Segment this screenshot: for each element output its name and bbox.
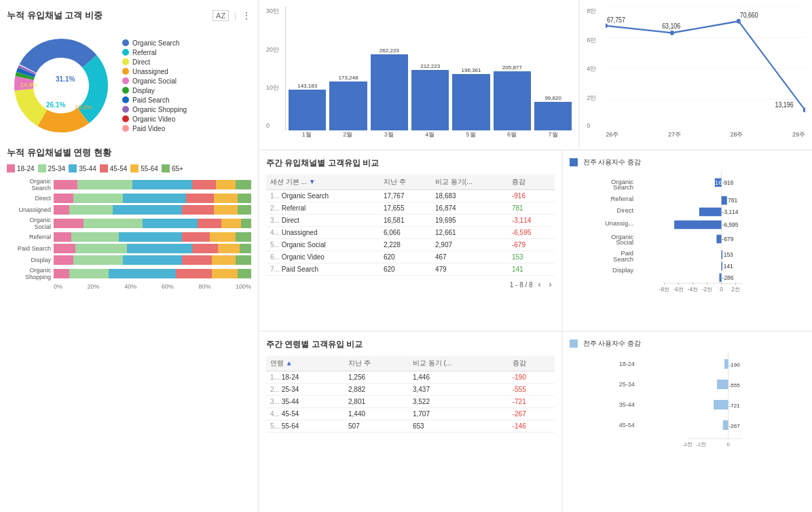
svg-text:-916: -916 (722, 179, 733, 186)
line-chart-area: 67,757 63,106 70,660 13,196 (606, 7, 805, 130)
svg-text:-3,114: -3,114 (722, 208, 738, 215)
svg-text:0: 0 (726, 441, 730, 447)
svg-text:Unassig...: Unassig... (605, 219, 633, 227)
age-table-header-row: 연령 ▲ 지난 주 비교 동기 (... 증감 (266, 356, 555, 371)
age-h-bars: 18-24 25-34 35-44 45-54 -190 (570, 352, 805, 456)
col-compare-age: 비교 동기 (... (409, 356, 509, 371)
next-page-button[interactable]: › (547, 278, 555, 291)
svg-text:67,757: 67,757 (607, 16, 625, 24)
col-last-week: 지난 주 (380, 175, 431, 190)
svg-text:-8천: -8천 (659, 286, 669, 293)
table-row: 6... Organic Video 620 467 153 (266, 251, 555, 263)
svg-point-18 (606, 23, 608, 28)
svg-text:35-44: 35-44 (619, 401, 634, 408)
col-channel: 세션 기본 ... ▼ (266, 175, 380, 190)
top-row: 30만 20만 10만 0 143,183 (259, 0, 812, 149)
svg-text:781: 781 (728, 197, 737, 204)
legend-item-unassigned: Unassigned (122, 68, 187, 75)
legend-dot-organic-video (122, 115, 129, 122)
weekly-comparison-chart: 전주 사용자수 증감 .h-chart { padding-left: 5px;… (563, 151, 812, 331)
svg-text:18.6%: 18.6% (75, 104, 92, 111)
svg-rect-72 (724, 359, 728, 369)
age-35-44-legend: 35-44 (69, 164, 96, 172)
col-diff: 증감 (508, 175, 555, 190)
svg-rect-44 (674, 221, 721, 230)
svg-text:153: 153 (723, 251, 733, 258)
svg-text:18-24: 18-24 (619, 361, 634, 367)
right-panel: 30만 20만 10만 0 143,183 (259, 0, 812, 512)
line-x-labels: 26주 27주 28주 29주 (606, 130, 805, 143)
svg-text:45-54: 45-54 (619, 422, 634, 428)
age-section: 누적 유입채널별 연령 현황 18-24 25-34 35-44 45-54 (7, 147, 251, 505)
svg-text:-4천: -4천 (687, 286, 697, 293)
svg-text:14.9%: 14.9% (20, 81, 38, 88)
bar-row-display: Display (7, 255, 251, 265)
bar-row-unassigned: Unassigned (7, 205, 251, 215)
svg-text:-286: -286 (722, 274, 733, 281)
age-comparison-table: 연령 ▲ 지난 주 비교 동기 (... 증감 1... 18-24 1,256… (266, 356, 555, 433)
table-row: 4... Unassigned 6,066 12,661 -6,595 (266, 227, 555, 239)
table-header-row: 세션 기본 ... ▼ 지난 주 비교 동기(... 증감 (266, 175, 555, 190)
bar-row-organic-search: OrganicSearch (7, 178, 251, 191)
svg-rect-50 (721, 262, 722, 271)
svg-rect-46 (716, 235, 721, 244)
weekly-comparison-legend: 전주 사용자수 증감 (570, 158, 805, 167)
svg-rect-52 (719, 274, 721, 282)
bar-row-organic-social: OrganicSocial (7, 217, 251, 230)
donut-chart: 31.1% 26.1% 14.9% 18.6% (7, 31, 115, 140)
weekly-h-bars: .h-chart { padding-left: 5px; } .h-row {… (570, 171, 805, 308)
panel-title: 누적 유입채널 고객 비중 (7, 10, 103, 22)
col-diff-age: 증감 (509, 356, 555, 371)
age-legend: 18-24 25-34 35-44 45-54 55-64 (7, 164, 251, 172)
svg-text:-916: -916 (709, 179, 722, 186)
svg-text:25-34: 25-34 (619, 381, 634, 388)
svg-point-22 (737, 19, 741, 24)
panel-header: 누적 유입채널 고객 비중 AZ | ⋮ (7, 7, 251, 24)
table-row: 5... 55-64 507 653 -146 (266, 420, 555, 433)
age-55-64-legend: 55-64 (130, 164, 158, 172)
age-table-title: 주간 연령별 고객유입 비교 (266, 339, 555, 350)
svg-rect-48 (721, 251, 722, 259)
svg-text:31.1%: 31.1% (56, 75, 75, 83)
svg-text:0: 0 (720, 286, 723, 293)
bar-row-referral: Referral (7, 232, 251, 242)
legend-dot-display (122, 87, 129, 94)
monthly-bar-chart-card: 30만 20만 10만 0 143,183 (259, 0, 578, 149)
svg-text:26.1%: 26.1% (46, 101, 65, 109)
weekly-table-title: 주간 유입채널별 고객유입 비교 (266, 158, 555, 169)
svg-text:Referral: Referral (610, 195, 633, 202)
legend-item-organic-social: Organic Social (122, 77, 187, 85)
bar-row-paid-search: Paid Search (7, 244, 251, 253)
svg-text:-2천: -2천 (701, 286, 712, 293)
svg-rect-42 (699, 208, 721, 217)
legend-item-paid-video: Paid Video (122, 125, 187, 132)
svg-text:Search: Search (613, 255, 633, 263)
col-last-week-age: 지난 주 (344, 356, 409, 371)
donut-section: 31.1% 26.1% 14.9% 18.6% Organic Search R… (7, 31, 251, 140)
svg-text:-679: -679 (722, 236, 733, 242)
weekly-channel-table: 세션 기본 ... ▼ 지난 주 비교 동기(... 증감 1... Organ… (266, 175, 555, 276)
svg-rect-74 (717, 380, 728, 389)
svg-text:Search: Search (613, 183, 633, 191)
legend-item-direct: Direct (122, 58, 187, 66)
svg-text:-6,595: -6,595 (722, 221, 738, 228)
table-row: 2... 25-34 2,882 3,437 -555 (266, 384, 555, 396)
panel-controls: AZ | ⋮ (213, 10, 251, 21)
prev-page-button[interactable]: ‹ (536, 278, 544, 291)
legend-dot-unassigned (122, 68, 129, 75)
bottom-section: 주간 연령별 고객유입 비교 연령 ▲ 지난 주 비교 동기 (... 증감 1… (259, 332, 812, 512)
svg-rect-40 (721, 196, 726, 205)
legend-item-display: Display (122, 87, 187, 94)
age-18-24-legend: 18-24 (7, 164, 35, 172)
monthly-x-labels: 1월 2월 3월 4월 5월 6월 7월 (285, 130, 572, 143)
svg-text:-267: -267 (728, 423, 740, 429)
legend-dot-organic-search (122, 39, 129, 46)
bar-area: 143,183 173,248 262,223 (285, 7, 572, 130)
legend-item-organic-video: Organic Video (122, 115, 187, 123)
age-x-axis: 0% 20% 40% 60% 80% 100% (54, 283, 251, 290)
bar-row-direct: Direct (7, 194, 251, 203)
legend-item-referral: Referral (122, 49, 187, 56)
age-comparison-legend: 전주 사용자수 증감 (570, 339, 805, 348)
donut-legend: Organic Search Referral Direct Unassigne… (122, 39, 187, 132)
dots-menu-icon[interactable]: ⋮ (242, 10, 251, 21)
